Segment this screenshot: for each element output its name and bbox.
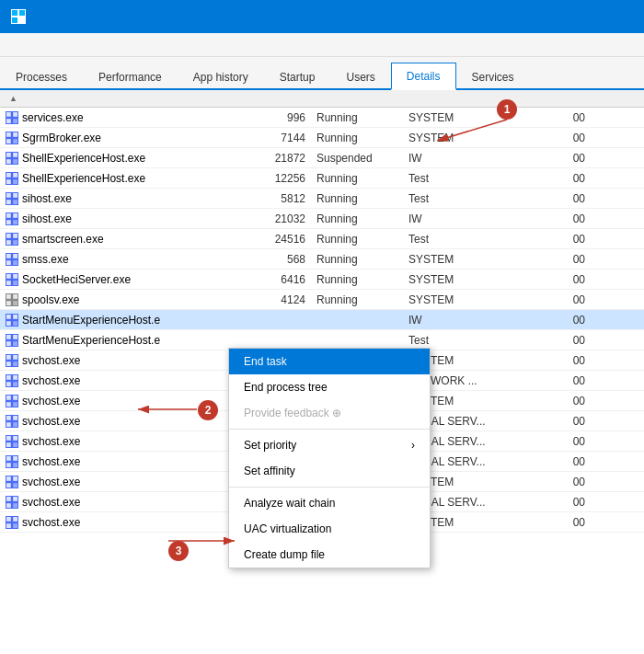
svg-rect-63 — [13, 402, 17, 407]
svg-rect-78 — [6, 483, 11, 488]
process-name: spoolsv.exe — [0, 293, 252, 306]
table-row[interactable]: ShellExperienceHost.exe 21872 Suspended … — [0, 148, 644, 168]
svg-rect-41 — [13, 294, 17, 299]
svg-rect-86 — [6, 523, 11, 528]
svg-rect-64 — [6, 416, 11, 420]
svg-rect-55 — [13, 361, 17, 366]
process-pid: 568 — [252, 253, 316, 266]
svg-rect-59 — [13, 382, 17, 386]
context-menu-item-set-affinity[interactable]: Set affinity — [229, 458, 430, 484]
table-row[interactable]: smss.exe 568 Running SYSTEM 00 — [0, 249, 644, 270]
process-status: Running — [316, 253, 408, 266]
header-name[interactable]: ▲ — [0, 94, 267, 103]
process-cpu: 00 — [537, 111, 592, 124]
svg-rect-39 — [13, 281, 17, 285]
svg-rect-82 — [6, 503, 11, 508]
process-icon — [6, 496, 18, 509]
tab-performance[interactable]: Performance — [83, 63, 178, 90]
context-menu-item-end-process-tree[interactable]: End process tree — [229, 374, 430, 400]
menu-bar — [0, 33, 644, 57]
annotation-2: 2 — [198, 400, 218, 420]
process-name: SocketHeciServer.exe — [0, 273, 252, 286]
table-row[interactable]: sihost.exe 21032 Running IW 00 — [0, 209, 644, 229]
process-icon — [6, 415, 18, 428]
svg-rect-53 — [13, 355, 17, 360]
svg-rect-58 — [6, 382, 11, 386]
tab-processes[interactable]: Processes — [0, 63, 83, 90]
tab-details[interactable]: Details — [391, 63, 456, 90]
submenu-arrow-icon: › — [411, 439, 415, 452]
table-row[interactable]: services.exe 996 Running SYSTEM 00 — [0, 108, 644, 128]
process-cpu: 00 — [537, 314, 592, 327]
process-name: svchost.exe — [0, 354, 252, 367]
context-menu-item-end-task[interactable]: End task — [229, 349, 430, 374]
svg-rect-40 — [6, 294, 11, 299]
header-username[interactable] — [423, 94, 552, 103]
process-icon — [6, 293, 18, 306]
process-username: SYSTEM — [408, 132, 537, 144]
process-cpu: 00 — [537, 233, 592, 246]
process-name: sihost.exe — [0, 192, 252, 205]
context-menu-item-analyze-wait-chain[interactable]: Analyze wait chain — [229, 490, 430, 516]
svg-rect-28 — [6, 234, 11, 238]
process-username: SYSTEM — [408, 253, 537, 266]
tab-users[interactable]: Users — [330, 63, 390, 90]
svg-rect-20 — [6, 193, 11, 198]
svg-rect-51 — [13, 341, 17, 346]
table-row[interactable]: spoolsv.exe 4124 Running SYSTEM 00 — [0, 290, 644, 310]
table-row[interactable]: smartscreen.exe 24516 Running Test 00 — [0, 229, 644, 249]
tab-app-history[interactable]: App history — [178, 63, 264, 90]
tab-bar: Processes Performance App history Startu… — [0, 57, 644, 90]
menu-file[interactable] — [6, 43, 20, 47]
svg-rect-73 — [13, 456, 17, 461]
header-cpu[interactable] — [552, 94, 607, 103]
menu-separator — [229, 429, 430, 430]
context-menu: End taskEnd process treeProvide feedback… — [228, 348, 431, 568]
process-cpu: 00 — [537, 395, 592, 407]
svg-rect-50 — [6, 341, 11, 346]
context-menu-item-create-dump-file[interactable]: Create dump file — [229, 542, 430, 568]
process-icon — [6, 273, 18, 286]
table-container: ▲ services.exe 996 Running SYSTEM 00 Sgr… — [0, 90, 644, 654]
svg-rect-13 — [13, 153, 17, 157]
table-row[interactable]: SgrmBroker.exe 7144 Running SYSTEM 00 — [0, 128, 644, 148]
svg-rect-26 — [6, 220, 11, 224]
process-username: SYSTEM — [408, 111, 537, 124]
svg-rect-81 — [13, 497, 17, 501]
menu-options[interactable] — [20, 43, 35, 47]
process-status: Suspended — [316, 152, 408, 165]
header-pid[interactable] — [267, 94, 331, 103]
process-username: Test — [408, 192, 537, 205]
process-cpu: 00 — [537, 192, 592, 205]
svg-rect-9 — [13, 132, 17, 137]
table-row[interactable]: SocketHeciServer.exe 6416 Running SYSTEM… — [0, 270, 644, 290]
process-username: IW — [408, 314, 537, 327]
process-name: StartMenuExperienceHost.e — [0, 314, 252, 327]
svg-rect-72 — [6, 456, 11, 461]
tab-startup[interactable]: Startup — [264, 63, 331, 90]
table-row[interactable]: sihost.exe 5812 Running Test 00 — [0, 189, 644, 209]
process-cpu: 00 — [537, 152, 592, 165]
process-pid: 24516 — [252, 233, 316, 246]
process-icon — [6, 476, 18, 488]
process-cpu: 00 — [537, 172, 592, 185]
process-pid: 21032 — [252, 212, 316, 225]
process-name: StartMenuExperienceHost.e — [0, 334, 252, 347]
svg-rect-18 — [6, 179, 11, 184]
process-icon — [6, 253, 18, 266]
context-menu-item-provide-feedback-: Provide feedback ⊕ — [229, 400, 430, 426]
context-menu-item-uac-virtualization[interactable]: UAC virtualization — [229, 516, 430, 542]
tab-services[interactable]: Services — [456, 63, 530, 90]
process-username: IW — [408, 152, 537, 165]
svg-rect-45 — [13, 315, 17, 319]
process-cpu: 00 — [537, 435, 592, 448]
process-pid: 5812 — [252, 192, 316, 205]
menu-view[interactable] — [35, 43, 50, 47]
svg-rect-24 — [6, 213, 11, 218]
table-row[interactable]: StartMenuExperienceHost.e IW 00 — [0, 310, 644, 330]
table-row[interactable]: ShellExperienceHost.exe 12256 Running Te… — [0, 168, 644, 189]
context-menu-item-set-priority[interactable]: Set priority› — [229, 432, 430, 458]
process-name: ShellExperienceHost.exe — [0, 172, 252, 185]
header-status[interactable] — [331, 94, 423, 103]
process-cpu: 00 — [537, 212, 592, 225]
